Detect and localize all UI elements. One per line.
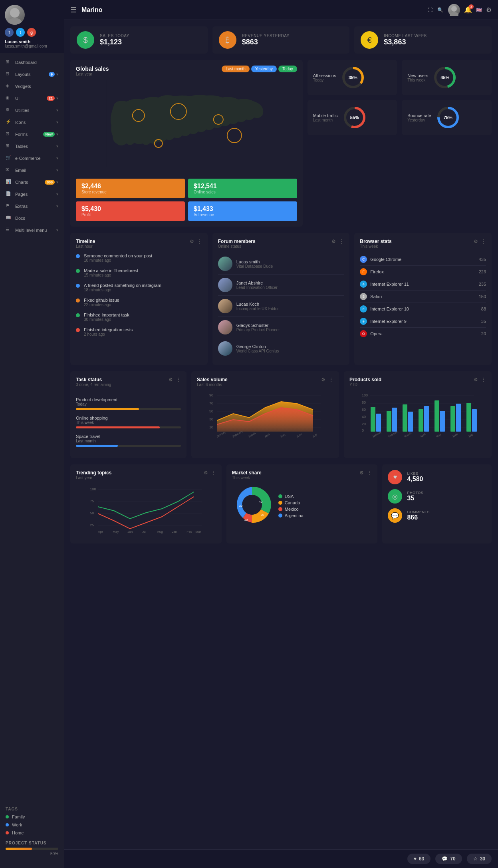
sidebar-item-extras[interactable]: ⚑ Extras ▾ <box>0 200 64 212</box>
more-icon[interactable]: ⋮ <box>197 239 202 244</box>
timeline-event-time: 30 minutes ago <box>84 317 129 322</box>
sidebar-item-ui[interactable]: ◉ UI 21 ▾ <box>0 92 64 104</box>
multilevel-icon: ☰ <box>6 227 12 233</box>
username: Lucas smith <box>5 39 59 44</box>
more-icon[interactable]: ⋮ <box>211 470 216 476</box>
timeline-item: Made a sale in Themeforest 15 minutes ag… <box>76 268 202 277</box>
social-stats-panel: ♥ LIKES 4,580 ◎ PHOTOS 35 💬 <box>382 464 492 543</box>
period-tab-today[interactable]: Today <box>278 66 297 72</box>
footer-actions: ♥ 63 💬 70 ☆ 30 <box>64 849 498 868</box>
more-icon[interactable]: ⋮ <box>339 239 344 244</box>
sidebar-item-dashboard[interactable]: ⊞ Dashboard <box>0 56 64 68</box>
settings-icon[interactable]: ⚙ <box>359 470 364 476</box>
panel-actions: ⚙ ⋮ <box>169 377 181 382</box>
period-tab-yesterday[interactable]: Yesterday <box>251 66 277 72</box>
forum-member: Lucas smith Vital Database Dude <box>218 253 344 275</box>
sidebar-item-multilevel[interactable]: ☰ Multi level menu ▾ <box>0 224 64 236</box>
tag-family[interactable]: Family <box>0 813 64 821</box>
ie10-icon: e <box>360 305 367 313</box>
svg-rect-50 <box>403 404 407 432</box>
svg-text:Aug: Aug <box>157 530 163 534</box>
topbar: ☰ Marino ⛶ 🔍 🔔 3 🇬🇧 ⚙ <box>64 0 498 20</box>
photos-value: 35 <box>407 495 423 502</box>
social-links: f t g <box>5 28 59 37</box>
svg-point-3 <box>450 12 458 16</box>
more-icon[interactable]: ⋮ <box>481 239 486 244</box>
svg-rect-60 <box>456 404 461 432</box>
facebook-button[interactable]: f <box>5 28 14 37</box>
ad-revenue-box: $1,433 Ad revenue <box>188 201 297 221</box>
sidebar-item-ecommerce[interactable]: 🛒 e-Commerce ▾ <box>0 152 64 164</box>
svg-text:50: 50 <box>90 511 94 515</box>
tag-work[interactable]: Work <box>0 821 64 829</box>
sidebar-item-widgets[interactable]: ◈ Widgets <box>0 80 64 92</box>
notifications-button[interactable]: 🔔 3 <box>464 6 472 14</box>
trending-chart: 100 75 50 25 Apr May Jun Jul <box>76 485 216 537</box>
circ-row-2: Mobile traffic Last month 55% <box>308 100 492 135</box>
search-icon[interactable]: 🔍 <box>437 7 443 13</box>
panel-actions: ⚙ ⋮ <box>474 239 486 244</box>
svg-text:April: April <box>420 433 427 438</box>
twitter-button[interactable]: t <box>16 28 25 37</box>
timeline-event-time: 2 hours ago <box>84 332 133 336</box>
sidebar-item-charts[interactable]: 📊 Charts 800 ▾ <box>0 176 64 188</box>
period-tab-lastmonth[interactable]: Last month <box>222 66 249 72</box>
sidebar-item-utilities[interactable]: ⚙ Utilities ▾ <box>0 104 64 116</box>
chevron-icon: ▾ <box>56 180 58 184</box>
member-role: Lead Innovation Officer <box>236 285 278 290</box>
sidebar-label: Pages <box>15 192 56 197</box>
settings-icon[interactable]: ⚙ <box>204 470 208 476</box>
sidebar-item-docs[interactable]: 📖 Docs <box>0 212 64 224</box>
settings-icon[interactable]: ⚙ <box>190 239 194 244</box>
member-name: George Clinton <box>236 344 279 349</box>
comments-footer-button[interactable]: 💬 70 <box>435 854 462 864</box>
topbar-right: 🔔 3 🇬🇧 ⚙ <box>448 4 492 16</box>
stars-footer-button[interactable]: ☆ 30 <box>467 854 492 864</box>
more-icon[interactable]: ⋮ <box>176 377 181 382</box>
charts-badge: 800 <box>45 180 55 185</box>
svg-text:May: May <box>436 433 442 438</box>
comments-label: COMMENTS <box>407 510 430 514</box>
gear-icon[interactable]: ⚙ <box>486 6 492 14</box>
settings-icon[interactable]: ⚙ <box>169 377 173 382</box>
forum-member: Gladys Schuster Primary Product Pioneer <box>218 317 344 338</box>
panel-actions: ⚙ ⋮ <box>359 470 372 476</box>
stat-value: $1,123 <box>100 38 129 46</box>
google-plus-button[interactable]: g <box>27 28 36 37</box>
sidebar-label: e-Commerce <box>15 156 56 161</box>
ui-badge: 21 <box>47 96 55 101</box>
settings-icon[interactable]: ⚙ <box>474 377 478 382</box>
all-sessions-card: All sessions Today 35% <box>308 60 397 95</box>
sales-header: Sales volume Last 6 months ⚙ ⋮ <box>197 377 333 387</box>
more-icon[interactable]: ⋮ <box>329 377 333 382</box>
likes-footer-button[interactable]: ♥ 63 <box>407 854 431 864</box>
svg-text:30: 30 <box>239 504 242 508</box>
settings-icon[interactable]: ⚙ <box>331 239 336 244</box>
sidebar-label: Dashboard <box>15 60 58 65</box>
sidebar-item-pages[interactable]: 📄 Pages ▾ <box>0 188 64 200</box>
sidebar-item-forms[interactable]: ⊡ Forms New ▾ <box>0 128 64 140</box>
svg-text:60: 60 <box>362 408 366 412</box>
sidebar-item-tables[interactable]: ⊞ Tables ▾ <box>0 140 64 152</box>
more-icon[interactable]: ⋮ <box>367 470 372 476</box>
settings-icon[interactable]: ⚙ <box>474 239 478 244</box>
member-name: Lucas Koch <box>236 302 279 307</box>
circ-title: Mobile traffic <box>313 113 338 118</box>
sidebar-item-layouts[interactable]: ⊟ Layouts 9 ▾ <box>0 68 64 80</box>
timeline-header: Timeline Last hour ⚙ ⋮ <box>76 239 202 249</box>
sidebar-item-email[interactable]: ✉ Email ▾ <box>0 164 64 176</box>
flag-icon[interactable]: 🇬🇧 <box>476 7 482 13</box>
more-icon[interactable]: ⋮ <box>481 377 486 382</box>
tag-home[interactable]: Home <box>0 829 64 837</box>
chevron-icon: ▾ <box>56 204 58 208</box>
expand-icon[interactable]: ⛶ <box>428 7 433 13</box>
browser-count: 235 <box>479 282 486 287</box>
forum-member: George Clinton World Class API Genius <box>218 338 344 359</box>
hamburger-icon[interactable]: ☰ <box>70 6 77 14</box>
widgets-icon: ◈ <box>6 83 12 90</box>
browser-count: 223 <box>479 269 486 274</box>
comments-stat: 💬 COMMENTS 866 <box>388 508 486 523</box>
settings-icon[interactable]: ⚙ <box>321 377 325 382</box>
ie11-icon: e <box>360 281 367 288</box>
sidebar-item-icons[interactable]: ⚡ Icons ▾ <box>0 116 64 128</box>
